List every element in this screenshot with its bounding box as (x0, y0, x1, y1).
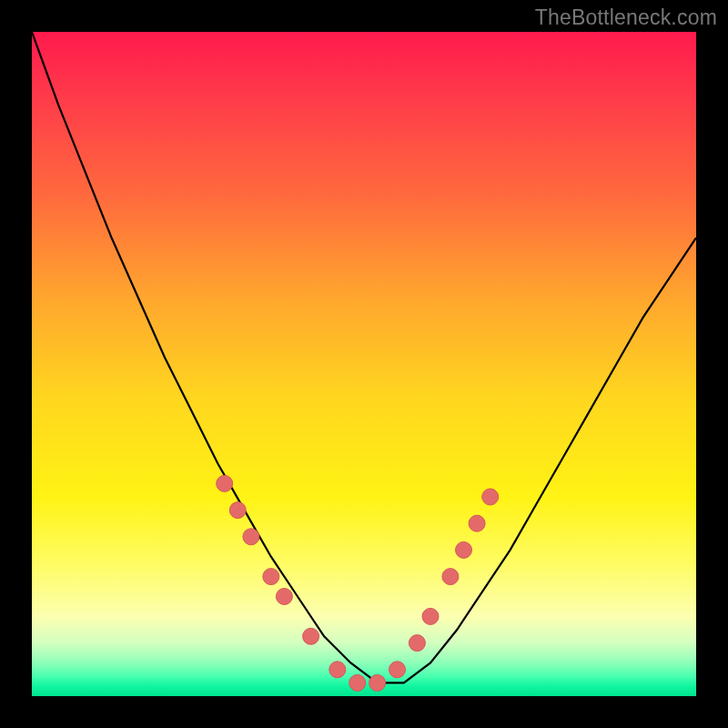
curve-layer (32, 32, 696, 696)
marker-point (482, 489, 499, 505)
marker-point (389, 662, 406, 678)
marker-point (329, 662, 346, 678)
marker-point (442, 569, 459, 585)
marker-point (369, 674, 386, 691)
marker-point (409, 635, 425, 652)
marker-point (303, 628, 319, 644)
marker-point (276, 589, 292, 605)
bottleneck-curve (32, 32, 696, 682)
marker-point (263, 569, 279, 585)
watermark-text: TheBottleneck.com (535, 5, 717, 30)
plot-area (32, 32, 696, 696)
marker-point (349, 674, 366, 691)
marker-point (456, 541, 472, 558)
chart-frame: TheBottleneck.com (0, 0, 728, 728)
marker-point (217, 475, 233, 491)
marker-point (243, 529, 259, 545)
marker-point (229, 502, 246, 519)
marker-point (422, 608, 439, 624)
marker-point (469, 515, 485, 531)
sample-markers (217, 475, 499, 691)
